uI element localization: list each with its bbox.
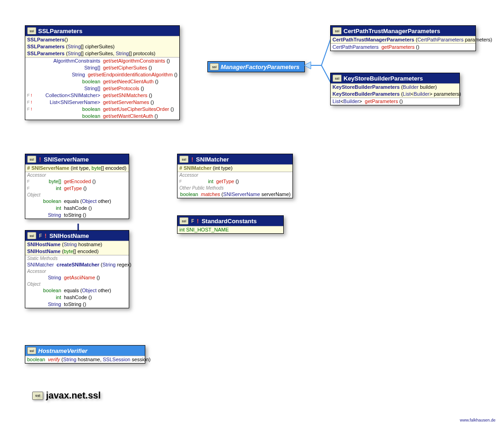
field-row: int SNI_HOST_NAME: [178, 226, 283, 233]
constructors-section: SSLParameters() SSLParameters (String[] …: [25, 36, 179, 57]
methods-section: AlgorithmConstraintsget/setAlgorithmCons…: [25, 57, 179, 120]
ctor-row: SSLParameters(): [25, 36, 179, 43]
interface-hostnameverifier: HostnameVerifier boolean verify (String …: [25, 345, 145, 364]
class-header: F ! SNIHostName: [25, 231, 129, 241]
method-row: boolean verify (String hostname, SSLSess…: [25, 356, 145, 363]
class-snimatcher: ! SNIMatcher # SNIMatcher (int type) Acc…: [177, 154, 293, 198]
section-label: Other Public Methods: [178, 185, 292, 191]
methods-section: boolean verify (String hostname, SSLSess…: [25, 356, 145, 363]
class-title: CertPathTrustManagerParameters: [344, 28, 440, 35]
class-header: KeyStoreBuilderParameters: [331, 73, 459, 83]
constructors-section: KeyStoreBuilderParameters (Builder build…: [331, 83, 459, 98]
method-row: CertPathParameters getParameters (): [331, 44, 475, 51]
ssl-icon: [332, 27, 342, 35]
class-title: SNIServerName: [44, 156, 89, 163]
fields-section: int SNI_HOST_NAME: [178, 226, 283, 233]
constructors-section: # SNIServerName (int type, byte[] encode…: [25, 164, 129, 172]
ctor-row: SSLParameters (String[] cipherSuites): [25, 43, 179, 50]
method-row: F !booleanget/setUseCipherSuitesOrder (): [25, 106, 179, 113]
interface-header: ManagerFactoryParameters: [208, 62, 304, 72]
method-row: booleanget/setNeedClientAuth (): [25, 78, 179, 85]
class-certpathtrustmanagerparameters: CertPathTrustManagerParameters CertPathT…: [330, 25, 476, 51]
ssl-icon: [27, 27, 36, 35]
svg-marker-0: [304, 62, 311, 69]
class-title: StandardConstants: [201, 218, 257, 225]
new-marker-icon: !: [45, 232, 46, 239]
new-marker-icon: !: [197, 218, 199, 225]
class-sslparameters: SSLParameters SSLParameters() SSLParamet…: [25, 25, 180, 120]
ssl-icon: [210, 63, 219, 70]
method-row: StringtoString (): [25, 212, 129, 219]
class-keystorebuilderparameters: KeyStoreBuilderParameters KeyStoreBuilde…: [330, 73, 460, 105]
class-title: SNIMatcher: [196, 156, 229, 163]
ctor-row: KeyStoreBuilderParameters (List<Builder>…: [331, 91, 459, 98]
method-row: booleanequals (Object other): [25, 198, 129, 205]
method-row: FintgetType (): [178, 178, 292, 185]
method-row: booleanequals (Object other): [25, 287, 129, 294]
ctor-row: KeyStoreBuilderParameters (Builder build…: [331, 84, 459, 91]
class-header: SSLParameters: [25, 26, 179, 36]
section-label: Static Methods: [25, 255, 129, 261]
class-title: SSLParameters: [38, 28, 82, 35]
package-label: javax.net.ssl: [32, 390, 101, 401]
method-row: FintgetType (): [25, 185, 129, 192]
class-header: ! SNIServerName: [25, 154, 129, 164]
method-row: AlgorithmConstraintsget/setAlgorithmCons…: [25, 58, 179, 64]
method-row: Fbyte[]getEncoded (): [25, 178, 129, 185]
interface-managerfactoryparameters: ManagerFactoryParameters: [207, 61, 305, 72]
method-row: String[]get/setCipherSuites (): [25, 64, 179, 71]
ssl-icon: [27, 232, 36, 239]
package-name: javax.net.ssl: [46, 390, 101, 401]
method-row: List<Builder> getParameters (): [331, 98, 459, 105]
methods-section: List<Builder> getParameters (): [331, 98, 459, 105]
ssl-icon: [27, 347, 36, 354]
method-row: inthashCode (): [25, 294, 129, 301]
class-title: SNIHostName: [49, 232, 89, 239]
section-label: Object: [25, 281, 129, 287]
final-marker-icon: F: [39, 233, 42, 238]
section-label: Accessor: [25, 172, 129, 178]
new-marker-icon: !: [39, 156, 41, 163]
constructors-section: CertPathTrustManagerParameters (CertPath…: [331, 36, 475, 43]
ctor-row: # SNIServerName (int type, byte[] encode…: [25, 165, 129, 172]
method-row: SNIMatchercreateSNIMatcher (String regex…: [25, 261, 129, 268]
class-snihostname: F ! SNIHostName SNIHostName (String host…: [25, 230, 129, 308]
methods-section: Accessor Fbyte[]getEncoded () FintgetTyp…: [25, 172, 129, 219]
method-row: F !Collection<SNIMatcher>get/setSNIMatch…: [25, 92, 179, 99]
ctor-row: # SNIMatcher (int type): [178, 165, 292, 172]
section-label: Object: [25, 192, 129, 198]
ssl-icon: [27, 156, 36, 163]
constructors-section: # SNIMatcher (int type): [178, 164, 292, 172]
class-sniservername: ! SNIServerName # SNIServerName (int typ…: [25, 154, 129, 219]
ssl-icon: [179, 156, 189, 163]
new-marker-icon: !: [191, 156, 193, 163]
final-marker-icon: F: [191, 219, 194, 224]
ctor-row: SNIHostName (byte[] encoded): [25, 248, 129, 255]
method-row: F !List<SNIServerName>get/setServerNames…: [25, 99, 179, 106]
ctor-row: CertPathTrustManagerParameters (CertPath…: [331, 36, 475, 43]
interface-title: HostnameVerifier: [38, 347, 87, 354]
site-link[interactable]: www.falkhausen.de: [460, 418, 496, 422]
method-row: String[]get/setProtocols (): [25, 85, 179, 92]
constructors-section: SNIHostName (String hostname) SNIHostNam…: [25, 241, 129, 255]
ctor-row: SSLParameters (String[] cipherSuites, St…: [25, 50, 179, 57]
ctor-row: SNIHostName (String hostname): [25, 241, 129, 248]
methods-section: Accessor FintgetType () Other Public Met…: [178, 172, 292, 198]
class-header: ! SNIMatcher: [178, 154, 292, 164]
method-row: StringtoString (): [25, 301, 129, 308]
ssl-icon: [332, 75, 342, 82]
interface-header: HostnameVerifier: [25, 346, 145, 356]
method-row: booleanmatches (SNIServerName serverName…: [178, 191, 292, 198]
ssl-icon: [32, 392, 43, 400]
class-title: KeyStoreBuilderParameters: [344, 75, 423, 82]
method-row: Stringget/setEndpointIdentificationAlgor…: [25, 71, 179, 78]
section-label: Accessor: [25, 268, 129, 274]
section-label: Accessor: [178, 172, 292, 178]
ssl-icon: [179, 217, 189, 225]
class-header: F ! StandardConstants: [178, 216, 283, 226]
method-row: inthashCode (): [25, 205, 129, 212]
methods-section: CertPathParameters getParameters (): [331, 43, 475, 51]
class-standardconstants: F ! StandardConstants int SNI_HOST_NAME: [177, 215, 284, 234]
methods-section: Static Methods SNIMatchercreateSNIMatche…: [25, 255, 129, 308]
interface-title: ManagerFactoryParameters: [221, 64, 299, 70]
